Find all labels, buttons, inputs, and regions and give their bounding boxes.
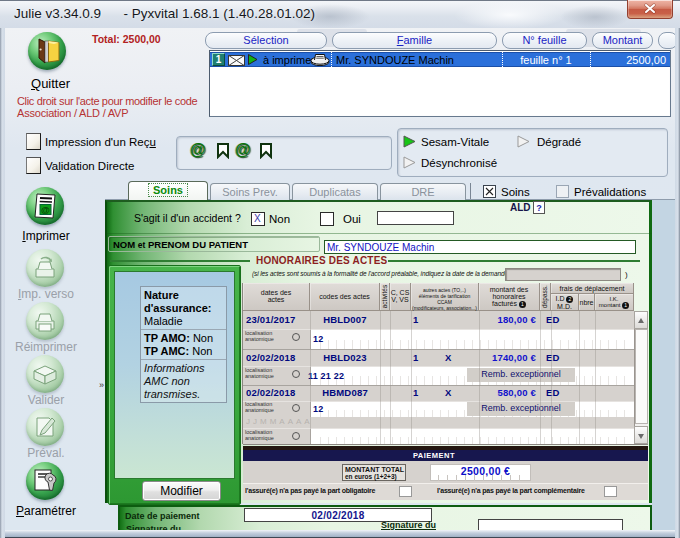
svg-text:@: @ [41,205,50,215]
